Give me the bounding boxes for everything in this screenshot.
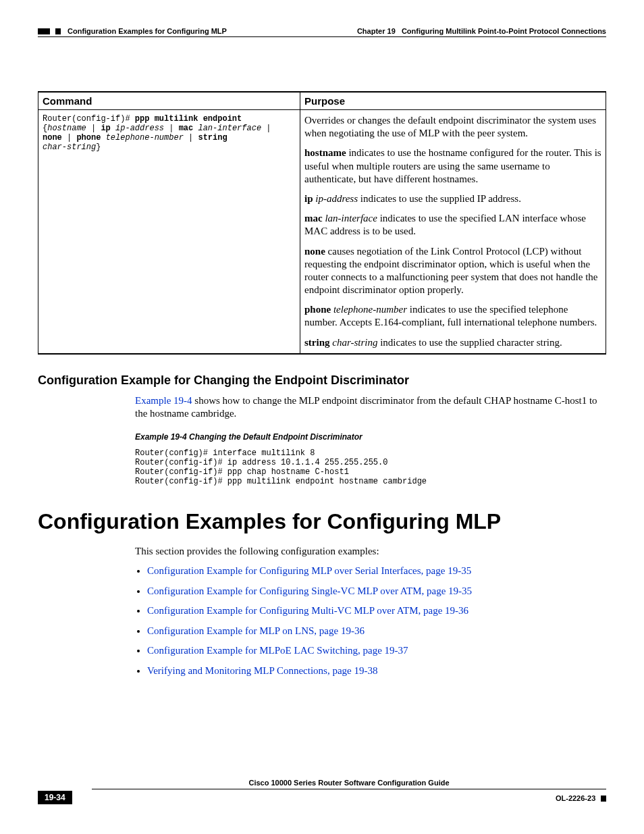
list-item: Configuration Example for Configuring Mu… <box>147 604 605 618</box>
main-section-intro: This section provides the following conf… <box>135 545 605 558</box>
purpose-cell: Overrides or changes the default endpoin… <box>300 110 606 354</box>
main-section-heading: Configuration Examples for Configuring M… <box>38 509 606 534</box>
purpose-phone: phone telephone-number indicates to use … <box>304 303 601 329</box>
table-header-purpose: Purpose <box>300 92 606 110</box>
purpose-mac: mac lan-interface indicates to use the s… <box>304 212 601 238</box>
header-chapter-title: Configuring Multilink Point-to-Point Pro… <box>402 27 606 35</box>
page-footer: Cisco 10000 Series Router Software Confi… <box>38 779 606 804</box>
table-header-command: Command <box>38 92 300 110</box>
example-link[interactable]: Verifying and Monitoring MLP Connections… <box>147 665 377 676</box>
footer-guide-title: Cisco 10000 Series Router Software Confi… <box>92 779 606 787</box>
header-chapter-label: Chapter 19 <box>357 27 396 35</box>
running-header: Configuration Examples for Configuring M… <box>38 27 606 35</box>
header-decor-block <box>38 28 50 34</box>
purpose-ip: ip ip-address indicates to use the suppl… <box>304 192 601 205</box>
list-item: Configuration Example for MLPoE LAC Swit… <box>147 644 605 658</box>
header-rule <box>38 36 606 37</box>
list-item: Configuration Example for Configuring Si… <box>147 585 605 598</box>
list-item: Configuration Example for Configuring ML… <box>147 565 605 578</box>
header-section-title: Configuration Examples for Configuring M… <box>68 27 227 35</box>
list-item: Verifying and Monitoring MLP Connections… <box>147 664 605 678</box>
document-number: OL-2226-23 <box>556 794 595 802</box>
header-decor-block-small <box>55 28 61 34</box>
example-link[interactable]: Configuration Example for MLP on LNS, pa… <box>147 625 365 636</box>
subsection-intro-para: Example 19-4 shows how to change the MLP… <box>135 394 605 420</box>
purpose-string: string char-string indicates to use the … <box>304 336 601 349</box>
command-reference-table: Command Purpose Router(config-if)# ppp m… <box>38 91 606 355</box>
example-link[interactable]: Configuration Example for Configuring Mu… <box>147 605 468 616</box>
list-item: Configuration Example for MLP on LNS, pa… <box>147 625 605 638</box>
example-link[interactable]: Configuration Example for Configuring Si… <box>147 585 472 596</box>
command-syntax-cell: Router(config-if)# ppp multilink endpoin… <box>38 110 300 354</box>
purpose-hostname: hostname indicates to use the hostname c… <box>304 147 601 186</box>
example-code-block: Router(config)# interface multilink 8 Ro… <box>135 448 605 486</box>
purpose-none: none causes negotiation of the Link Cont… <box>304 245 601 297</box>
purpose-overview: Overrides or changes the default endpoin… <box>304 114 601 140</box>
footer-rule <box>92 789 606 789</box>
example-xref-link[interactable]: Example 19-4 <box>135 395 192 406</box>
example-caption: Example 19-4 Changing the Default Endpoi… <box>135 432 605 442</box>
page-number: 19-34 <box>38 791 72 804</box>
subsection-heading: Configuration Example for Changing the E… <box>38 373 606 388</box>
example-link[interactable]: Configuration Example for MLPoE LAC Swit… <box>147 645 408 656</box>
examples-link-list: Configuration Example for Configuring ML… <box>135 565 605 677</box>
footer-decor-block <box>601 796 606 802</box>
example-link[interactable]: Configuration Example for Configuring ML… <box>147 565 471 576</box>
